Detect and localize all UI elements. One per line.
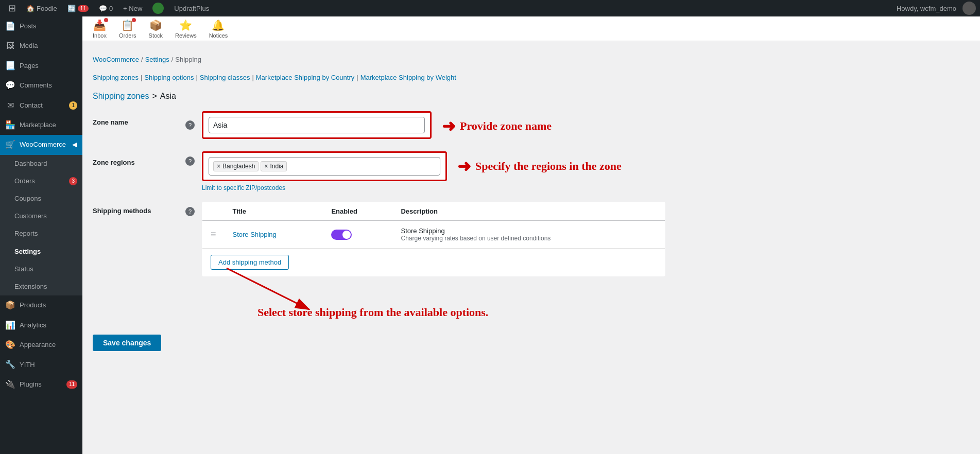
save-changes-wrapper: Save changes xyxy=(93,335,970,351)
table-row: ≡ Store Shipping xyxy=(202,221,665,249)
sidebar-item-yith[interactable]: 🔧 YITH xyxy=(0,355,82,374)
sidebar-item-products[interactable]: 📦 Products xyxy=(0,295,82,315)
zone-name-highlight-box xyxy=(202,111,432,139)
submenu-item-status[interactable]: Status xyxy=(0,260,82,278)
avatar xyxy=(152,3,164,14)
sidebar-item-media[interactable]: 🖼 Media xyxy=(0,36,82,56)
sidebar-item-posts[interactable]: 📄 Posts xyxy=(0,16,82,36)
submenu-item-reports[interactable]: Reports xyxy=(0,225,82,242)
save-changes-button[interactable]: Save changes xyxy=(93,335,161,351)
th-enabled: Enabled xyxy=(323,202,392,221)
subnav-zones[interactable]: Shipping zones xyxy=(93,72,139,83)
submenu-item-coupons[interactable]: Coupons xyxy=(0,190,82,207)
tags-input[interactable]: × Bangladesh × India xyxy=(209,157,440,176)
zone-name-help-icon[interactable]: ? xyxy=(185,120,195,130)
sidebar-item-comments[interactable]: 💬 Comments xyxy=(0,76,82,95)
pages-icon: 📃 xyxy=(5,60,15,72)
store-shipping-link[interactable]: Store Shipping xyxy=(233,231,277,238)
sidebar-item-analytics[interactable]: 📊 Analytics xyxy=(0,316,82,335)
orders-icon: 📋 xyxy=(121,19,134,31)
zone-title-arrow: > xyxy=(152,92,157,101)
stock-icon: 📦 xyxy=(149,19,162,31)
wp-logo-icon: ⊞ xyxy=(4,3,20,14)
arrow-svg xyxy=(206,258,350,320)
howdy-item: Howdy, wcfm_demo xyxy=(892,0,960,16)
breadcrumb-sep1: / xyxy=(141,56,143,63)
breadcrumb-woocommerce[interactable]: WooCommerce xyxy=(93,56,139,63)
zone-title: Shipping zones > Asia xyxy=(93,92,970,101)
site-name[interactable]: 🏠 Foodie xyxy=(22,0,61,16)
avatar-item[interactable] xyxy=(148,0,168,16)
submenu-item-orders[interactable]: Orders 3 xyxy=(0,172,82,190)
reviews-icon-item[interactable]: ⭐ Reviews xyxy=(175,19,197,39)
sidebar-item-plugins[interactable]: 🔌 Plugins 11 xyxy=(0,375,82,394)
woocommerce-submenu: Dashboard Orders 3 Coupons Customers Rep… xyxy=(0,155,82,296)
zone-regions-row: Zone regions ? × Bangladesh × xyxy=(93,151,970,191)
updraftplus-item[interactable]: UpdraftPlus xyxy=(170,0,213,16)
shipping-methods-help-icon[interactable]: ? xyxy=(185,207,195,216)
th-title: Title xyxy=(225,202,323,221)
subnav-sep3: | xyxy=(250,74,255,81)
arrow-right-icon-2: ➜ xyxy=(457,156,471,176)
sidebar-item-contact[interactable]: ✉ Contact 1 xyxy=(0,96,82,115)
drag-cell: ≡ xyxy=(202,221,225,249)
appearance-icon: 🎨 xyxy=(5,339,15,351)
tag-x-icon2: × xyxy=(264,163,268,170)
tag-x-icon: × xyxy=(217,163,220,170)
submenu-item-settings[interactable]: Settings xyxy=(0,243,82,260)
comments-item[interactable]: 💬 0 xyxy=(95,0,117,16)
sidebar-item-marketplace[interactable]: 🏪 Marketplace xyxy=(0,115,82,135)
zone-title-current: Asia xyxy=(160,92,176,101)
subnav-classes[interactable]: Shipping classes xyxy=(200,72,250,83)
subnav-marketplace-country[interactable]: Marketplace Shipping by Country xyxy=(256,72,355,83)
sidebar-item-appearance[interactable]: 🎨 Appearance xyxy=(0,335,82,355)
breadcrumb: WooCommerce / Settings / Shipping xyxy=(93,56,970,63)
zone-name-label: Zone name xyxy=(93,111,185,126)
stock-icon-item[interactable]: 📦 Stock xyxy=(149,19,163,39)
submenu-item-customers[interactable]: Customers xyxy=(0,207,82,225)
home-icon: 🏠 xyxy=(26,5,35,12)
breadcrumb-settings[interactable]: Settings xyxy=(145,56,169,63)
orders-icon-item[interactable]: 📋 Orders xyxy=(119,19,136,39)
subnav-marketplace-weight[interactable]: Marketplace Shipping by Weight xyxy=(360,72,456,83)
sub-nav: Shipping zones | Shipping options | Ship… xyxy=(93,72,970,83)
zone-name-input[interactable] xyxy=(209,117,425,133)
yith-icon: 🔧 xyxy=(5,359,15,370)
zone-name-row: Zone name ? ➜ Provide zone name xyxy=(93,111,970,139)
contact-icon: ✉ xyxy=(5,100,15,111)
tag-india: × India xyxy=(261,161,287,171)
reviews-icon: ⭐ xyxy=(179,19,192,31)
zone-regions-help-icon[interactable]: ? xyxy=(185,156,195,166)
inbox-icon: 📥 xyxy=(93,19,106,31)
form-wrapper: Zone name ? ➜ Provide zone name Zone reg… xyxy=(93,111,970,351)
admin-bar: ⊞ 🏠 Foodie 🔄 11 💬 0 + New UpdraftPlus Ho… xyxy=(0,0,980,16)
subnav-options[interactable]: Shipping options xyxy=(144,72,194,83)
inbox-icon-item[interactable]: 📥 Inbox xyxy=(93,19,107,39)
limit-link[interactable]: Limit to specific ZIP/postcodes xyxy=(202,184,447,191)
notices-icon-item[interactable]: 🔔 Notices xyxy=(209,19,228,39)
arrow-right-icon-1: ➜ xyxy=(442,116,456,136)
zone-regions-annotation-text: Specify the regions in the zone xyxy=(475,160,622,173)
updates-icon: 🔄 xyxy=(67,5,76,12)
zone-regions-highlight-box: × Bangladesh × India Limit to specific Z… xyxy=(202,151,447,191)
th-drag xyxy=(202,202,225,221)
zone-regions-field-wrapper: ? × Bangladesh × India xyxy=(185,151,447,191)
new-item[interactable]: + New xyxy=(119,0,146,16)
sidebar: 📄 Posts 🖼 Media 📃 Pages 💬 Comments ✉ Con… xyxy=(0,16,82,454)
submenu-item-extensions[interactable]: Extensions xyxy=(0,278,82,295)
toggle-slider xyxy=(331,230,352,240)
zone-name-annotation: ➜ Provide zone name xyxy=(442,116,552,136)
media-icon: 🖼 xyxy=(5,40,15,51)
sidebar-item-pages[interactable]: 📃 Pages xyxy=(0,56,82,76)
enabled-toggle[interactable] xyxy=(331,230,352,240)
zone-regions-annotation: ➜ Specify the regions in the zone xyxy=(457,156,622,176)
zone-title-link[interactable]: Shipping zones xyxy=(93,92,149,101)
sidebar-item-woocommerce[interactable]: 🛒 WooCommerce ◀ xyxy=(0,135,82,154)
updates-item[interactable]: 🔄 11 xyxy=(63,0,93,16)
drag-handle-icon[interactable]: ≡ xyxy=(211,229,216,239)
zone-name-annotation-text: Provide zone name xyxy=(460,119,552,133)
analytics-icon: 📊 xyxy=(5,320,15,331)
zone-name-field-wrapper: ? xyxy=(185,111,432,139)
submenu-item-dashboard[interactable]: Dashboard xyxy=(0,155,82,172)
woocommerce-icon: 🛒 xyxy=(5,139,15,150)
